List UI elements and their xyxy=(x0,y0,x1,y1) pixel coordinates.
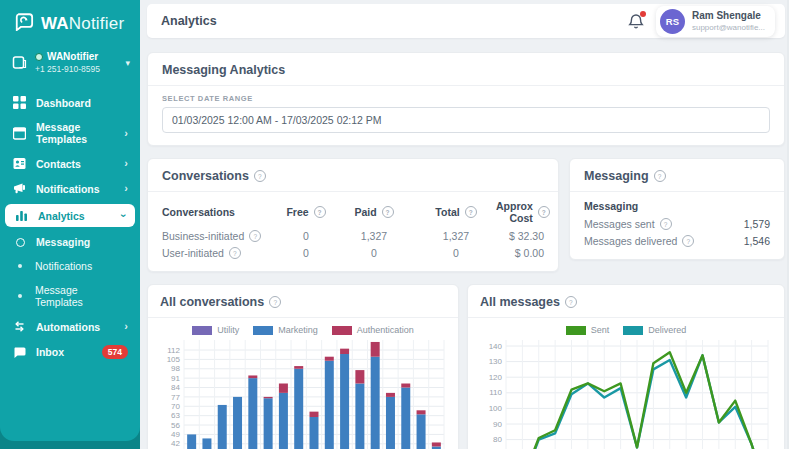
line-chart-legend: Sent Delivered xyxy=(480,325,772,335)
sidebar-item-contacts[interactable]: Contacts › xyxy=(0,151,140,176)
date-range-label: SELECT DATE RANGE xyxy=(162,94,770,103)
messaging-analytics-card: Messaging Analytics SELECT DATE RANGE xyxy=(147,52,785,146)
conversations-card: Conversations ? Conversations Free? Paid… xyxy=(147,158,559,272)
user-email: support@wanotifie... xyxy=(692,23,765,32)
sidebar-backdrop: WANotifier WANotifier +1 251-910-8595 ▾ … xyxy=(0,0,140,449)
radio-bullet-icon xyxy=(16,238,25,247)
account-selector[interactable]: WANotifier +1 251-910-8595 ▾ xyxy=(0,45,140,84)
svg-text:80: 80 xyxy=(493,435,502,444)
divider xyxy=(148,317,458,318)
inbox-count-badge: 574 xyxy=(102,345,128,359)
card-title: All conversations xyxy=(160,295,264,309)
dot-bullet-icon xyxy=(18,294,22,298)
info-icon[interactable]: ? xyxy=(249,230,261,242)
svg-text:90: 90 xyxy=(493,420,502,429)
svg-text:42: 42 xyxy=(171,439,180,448)
info-icon[interactable]: ? xyxy=(654,170,666,182)
automations-icon xyxy=(12,320,27,333)
info-icon[interactable]: ? xyxy=(254,170,266,182)
sidebar-nav: Dashboard Message Templates › Contacts › xyxy=(0,90,140,365)
sidebar-item-inbox[interactable]: Inbox 574 xyxy=(0,339,140,365)
info-icon[interactable]: ? xyxy=(682,235,694,247)
date-range-input[interactable] xyxy=(162,107,770,133)
logo-chat-icon xyxy=(14,12,34,35)
svg-text:105: 105 xyxy=(167,355,181,364)
legend-swatch-delivered xyxy=(623,326,643,335)
svg-text:77: 77 xyxy=(171,393,180,402)
table-subheader: Messaging xyxy=(584,200,770,212)
divider xyxy=(148,85,784,86)
dashboard-icon xyxy=(12,96,27,109)
contacts-icon xyxy=(12,157,27,170)
user-menu[interactable]: RS Ram Shengale support@wanotifie... xyxy=(656,6,775,37)
info-icon[interactable]: ? xyxy=(314,206,326,218)
info-icon[interactable]: ? xyxy=(565,296,577,308)
sidebar-subitem-notifications[interactable]: Notifications xyxy=(0,254,140,278)
sidebar-subitem-message-templates[interactable]: Message Templates xyxy=(0,278,140,314)
app-root: WANotifier WANotifier +1 251-910-8595 ▾ … xyxy=(0,0,783,449)
info-icon[interactable]: ? xyxy=(465,206,477,218)
svg-text:49: 49 xyxy=(171,430,180,439)
chevron-right-icon: › xyxy=(124,128,128,139)
stat-row: Messages delivered? 1,546 xyxy=(584,235,770,247)
avatar: RS xyxy=(660,9,685,34)
table-row: User-initiated? 0 0 0 $ 0.00 xyxy=(162,247,544,259)
sidebar-subitem-messaging[interactable]: Messaging xyxy=(0,230,140,254)
divider xyxy=(570,191,784,192)
stats-row: Conversations ? Conversations Free? Paid… xyxy=(147,158,785,272)
user-name: Ram Shengale xyxy=(692,10,765,23)
sidebar-item-analytics[interactable]: Analytics › xyxy=(5,204,135,227)
notification-dot xyxy=(640,11,646,17)
template-icon xyxy=(12,127,27,140)
divider xyxy=(148,191,558,192)
info-icon[interactable]: ? xyxy=(538,206,550,218)
section-title: Messaging Analytics xyxy=(162,63,770,77)
chevron-right-icon: › xyxy=(124,183,128,194)
svg-text:100: 100 xyxy=(489,404,503,413)
info-icon[interactable]: ? xyxy=(229,247,241,259)
caret-down-icon: ▾ xyxy=(125,58,130,68)
svg-text:84: 84 xyxy=(171,383,180,392)
stacked-bar-chart: 714212835424956637077849198105112 xyxy=(160,338,448,449)
sidebar-item-automations[interactable]: Automations › xyxy=(0,314,140,339)
all-messages-card: All messages ? Sent Delivered 5060708090… xyxy=(467,284,785,449)
dot-bullet-icon xyxy=(18,264,22,268)
sidebar-item-message-templates[interactable]: Message Templates › xyxy=(0,115,140,151)
svg-text:120: 120 xyxy=(489,373,503,382)
chevron-right-icon: › xyxy=(124,321,128,332)
status-dot xyxy=(35,53,43,61)
svg-text:56: 56 xyxy=(171,421,180,430)
svg-text:110: 110 xyxy=(489,388,502,397)
main-area: Analytics RS Ram Shengale support@wanoti… xyxy=(140,0,787,449)
table-row: Business-initiated? 0 1,327 1,327 $ 32.3… xyxy=(162,230,544,242)
svg-text:98: 98 xyxy=(171,364,180,373)
top-header: Analytics RS Ram Shengale support@wanoti… xyxy=(147,4,785,38)
svg-text:140: 140 xyxy=(489,342,503,351)
svg-text:63: 63 xyxy=(171,411,180,420)
info-icon[interactable]: ? xyxy=(660,218,672,230)
logo-text: WANotifier xyxy=(41,14,124,34)
account-name: WANotifier xyxy=(47,51,98,62)
svg-text:112: 112 xyxy=(167,346,180,355)
notifications-bell-button[interactable] xyxy=(628,13,644,30)
info-icon[interactable]: ? xyxy=(269,296,281,308)
svg-text:70: 70 xyxy=(171,402,180,411)
sidebar-item-dashboard[interactable]: Dashboard xyxy=(0,90,140,115)
legend-swatch-sent xyxy=(566,326,586,335)
chevron-right-icon: › xyxy=(124,158,128,169)
info-icon[interactable]: ? xyxy=(382,206,394,218)
device-icon xyxy=(12,55,27,70)
card-title: Messaging xyxy=(584,169,649,183)
legend-swatch-authentication xyxy=(332,326,352,335)
inbox-chat-icon xyxy=(12,346,27,359)
sidebar-item-notifications[interactable]: Notifications › xyxy=(0,176,140,201)
charts-row: All conversations ? Utility Marketing Au… xyxy=(147,284,785,449)
line-chart: 5060708090100110120130140 xyxy=(480,338,772,449)
svg-text:91: 91 xyxy=(171,374,180,383)
table-header: Conversations Free? Paid? Total? Approx … xyxy=(162,200,544,224)
analytics-icon xyxy=(14,209,29,222)
legend-swatch-marketing xyxy=(253,326,273,335)
megaphone-icon xyxy=(12,182,27,195)
logo: WANotifier xyxy=(0,0,140,45)
messaging-stats-card: Messaging ? Messaging Messages sent? 1,5… xyxy=(569,158,785,260)
